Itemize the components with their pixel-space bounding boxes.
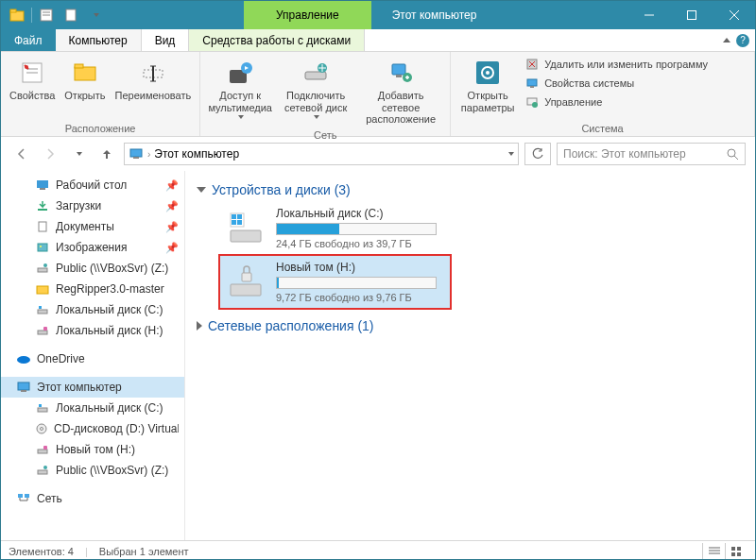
properties-button[interactable]: Свойства xyxy=(7,56,58,104)
search-input[interactable] xyxy=(563,147,727,161)
new-doc-icon[interactable] xyxy=(60,5,81,25)
nav-sub-cd[interactable]: CD-дисковод (D:) VirtualBox Guest Additi… xyxy=(1,418,184,439)
search-box[interactable] xyxy=(557,143,746,165)
svg-rect-61 xyxy=(231,230,261,242)
properties-icon[interactable] xyxy=(36,5,57,25)
maximize-button[interactable] xyxy=(670,1,713,29)
group-network-label: Сеть xyxy=(206,127,444,141)
svg-rect-32 xyxy=(133,157,139,159)
up-button[interactable] xyxy=(95,143,118,165)
explorer-icon[interactable] xyxy=(7,5,27,25)
nav-local-c[interactable]: Локальный диск (C:) xyxy=(1,299,184,320)
open-label: Открыть xyxy=(64,90,105,102)
svg-point-54 xyxy=(41,428,43,431)
recent-dropdown[interactable] xyxy=(67,143,90,165)
nav-network[interactable]: Сеть xyxy=(1,488,184,509)
nav-sub-public[interactable]: Public (\\VBoxSvr) (Z:) xyxy=(1,460,184,481)
map-drive-button[interactable]: Подключить сетевой диск xyxy=(278,56,353,121)
nav-regripper[interactable]: RegRipper3.0-master xyxy=(1,279,184,299)
computer-tab[interactable]: Компьютер xyxy=(56,29,142,51)
view-mode-buttons xyxy=(702,543,747,560)
nav-pictures[interactable]: Изображения📌 xyxy=(1,237,184,258)
onedrive-icon xyxy=(16,351,31,366)
close-button[interactable] xyxy=(713,1,755,29)
nav-downloads[interactable]: Загрузки📌 xyxy=(1,195,184,216)
map-drive-label: Подключить сетевой диск xyxy=(281,90,351,113)
context-tab-label: Управление xyxy=(276,8,339,22)
add-netloc-button[interactable]: Добавить сетевое расположение xyxy=(357,56,444,127)
media-access-button[interactable]: Доступ к мультимедиа xyxy=(206,56,274,121)
nav-label: Локальный диск (C:) xyxy=(56,401,163,415)
svg-rect-39 xyxy=(38,244,47,251)
svg-rect-66 xyxy=(237,220,242,225)
network-drive-icon xyxy=(35,261,50,276)
svg-rect-74 xyxy=(731,552,735,556)
nav-label: Public (\\VBoxSvr) (Z:) xyxy=(56,262,168,275)
breadcrumb-this-pc[interactable]: Этот компьютер xyxy=(154,147,239,161)
rename-icon xyxy=(138,58,168,88)
qat-dropdown[interactable] xyxy=(85,5,106,25)
view-tab[interactable]: Вид xyxy=(142,29,190,51)
nav-public-share[interactable]: Public (\\VBoxSvr) (Z:) xyxy=(1,258,184,279)
section-netloc-header[interactable]: Сетевые расположения (1) xyxy=(197,314,744,337)
nav-desktop[interactable]: Рабочий стол📌 xyxy=(1,175,184,195)
tiles-view-button[interactable] xyxy=(725,543,747,560)
nav-documents[interactable]: Документы📌 xyxy=(1,216,184,237)
nav-sub-newvol[interactable]: Новый том (H:) xyxy=(1,439,184,460)
svg-rect-68 xyxy=(242,273,251,281)
drive-h-icon xyxy=(227,263,265,301)
rename-button[interactable]: Переименовать xyxy=(112,56,195,104)
back-button[interactable] xyxy=(10,143,33,165)
drive-h[interactable]: Новый том (H:) 9,72 ГБ свободно из 9,76 … xyxy=(219,255,451,309)
drive-h-fill xyxy=(277,278,279,288)
address-bar[interactable]: › Этот компьютер xyxy=(124,143,519,165)
downloads-icon xyxy=(35,198,50,213)
svg-rect-52 xyxy=(39,404,42,407)
system-properties-button[interactable]: Свойства системы xyxy=(523,75,710,92)
minimize-button[interactable] xyxy=(627,1,670,29)
forward-button[interactable] xyxy=(39,143,61,165)
collapse-icon xyxy=(197,321,202,331)
nav-label: CD-дисковод (D:) VirtualBox Guest Additi… xyxy=(54,422,179,435)
refresh-button[interactable] xyxy=(524,143,551,165)
search-icon[interactable] xyxy=(727,148,739,161)
nav-sub-local-c[interactable]: Локальный диск (C:) xyxy=(1,398,184,418)
manage-button[interactable]: Управление xyxy=(523,93,710,110)
drive-c-usage-bar xyxy=(276,223,437,235)
help-icon[interactable]: ? xyxy=(736,34,749,47)
svg-point-48 xyxy=(17,356,30,364)
sys-props-label: Свойства системы xyxy=(544,77,634,89)
svg-rect-20 xyxy=(392,64,405,75)
nav-this-pc[interactable]: Этот компьютер xyxy=(1,377,184,398)
pin-icon: 📌 xyxy=(165,221,179,233)
disk-tools-tab[interactable]: Средства работы с дисками xyxy=(189,29,365,51)
open-settings-button[interactable]: Открыть параметры xyxy=(456,56,519,115)
uninstall-label: Удалить или изменить программу xyxy=(544,59,708,70)
qat-sep xyxy=(31,8,32,23)
svg-rect-43 xyxy=(37,286,48,294)
drive-c[interactable]: Локальный диск (C:) 24,4 ГБ свободно из … xyxy=(219,201,451,255)
nav-label: Public (\\VBoxSvr) (Z:) xyxy=(56,464,168,477)
nav-local-h[interactable]: Локальный диск (H:) xyxy=(1,320,184,341)
nav-onedrive[interactable]: OneDrive xyxy=(1,348,184,369)
nav-pane: Рабочий стол📌 Загрузки📌 Документы📌 Изобр… xyxy=(1,171,185,540)
uninstall-program-button[interactable]: Удалить или изменить программу xyxy=(523,56,710,73)
uninstall-icon xyxy=(524,57,540,72)
status-selection: Выбран 1 элемент xyxy=(99,546,189,557)
open-button[interactable]: Открыть xyxy=(61,56,108,104)
svg-point-33 xyxy=(728,149,735,157)
file-tab[interactable]: Файл xyxy=(1,29,56,51)
ribbon-group-network: Доступ к мультимедиа Подключить сетевой … xyxy=(200,52,451,136)
svg-rect-44 xyxy=(38,310,47,314)
section-devices-header[interactable]: Устройства и диски (3) xyxy=(197,178,744,201)
nav-label: Документы xyxy=(56,220,114,233)
this-pc-icon xyxy=(16,380,31,395)
svg-rect-56 xyxy=(43,446,47,450)
details-view-button[interactable] xyxy=(702,543,725,560)
documents-icon xyxy=(35,219,50,234)
svg-rect-49 xyxy=(18,382,29,390)
collapse-ribbon-icon[interactable] xyxy=(723,38,730,42)
svg-rect-67 xyxy=(231,284,261,296)
address-dropdown-icon[interactable] xyxy=(508,152,514,156)
nav-label: Рабочий стол xyxy=(56,178,127,192)
